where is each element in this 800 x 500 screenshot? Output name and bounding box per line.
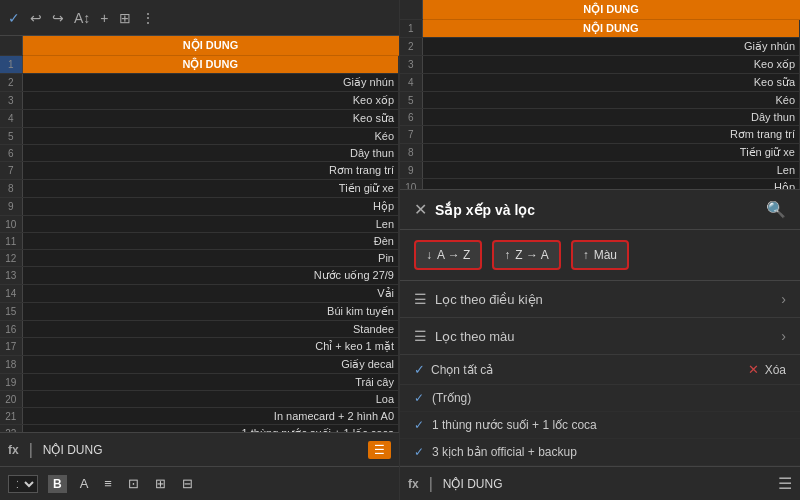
row-number: 13 bbox=[0, 267, 22, 285]
cell[interactable]: Rơm trang trí bbox=[422, 126, 800, 144]
filter-blank-item[interactable]: ✓ (Trống) bbox=[400, 385, 800, 412]
row-number: 11 bbox=[0, 233, 22, 250]
cell[interactable]: Tiền giữ xe bbox=[22, 180, 399, 198]
cell[interactable]: 1 thùng nước suối + 1 lốc coca bbox=[22, 425, 399, 433]
clear-item[interactable]: ✕ Xóa bbox=[748, 362, 786, 377]
blank-check: ✓ bbox=[414, 391, 424, 405]
row-number: 1 bbox=[0, 56, 22, 74]
redo-icon[interactable]: ↪ bbox=[52, 10, 64, 26]
align-button[interactable]: ≡ bbox=[101, 474, 115, 493]
row-number: 14 bbox=[0, 285, 22, 303]
filter-by-condition-row[interactable]: ☰ Lọc theo điều kiện › bbox=[400, 281, 800, 318]
cell[interactable]: Keo xốp bbox=[422, 56, 800, 74]
table-row: 11Đèn bbox=[0, 233, 399, 250]
select-all-item[interactable]: ✓ Chọn tất cả bbox=[414, 362, 493, 377]
row-number: 4 bbox=[400, 74, 422, 92]
cell[interactable]: Rơm trang trí bbox=[22, 162, 399, 180]
right-formula-menu[interactable]: ☰ bbox=[778, 474, 792, 493]
filter-item-1[interactable]: ✓ 1 thùng nước suối + 1 lốc coca bbox=[400, 412, 800, 439]
row-number: 8 bbox=[400, 144, 422, 162]
cell[interactable]: Búi kim tuyến bbox=[22, 303, 399, 321]
item2-label: 3 kịch bản official + backup bbox=[432, 445, 577, 459]
filter-button[interactable]: ☰ bbox=[368, 441, 391, 459]
sort-az-button[interactable]: ↓ A → Z bbox=[414, 240, 482, 270]
select-all-row: ✓ Chọn tất cả ✕ Xóa bbox=[400, 355, 800, 385]
more-icon[interactable]: ⋮ bbox=[141, 10, 155, 26]
item1-check: ✓ bbox=[414, 418, 424, 432]
formula-bar-right: fx | NỘI DUNG ☰ bbox=[400, 466, 800, 500]
table-row: 6Dây thun bbox=[0, 145, 399, 162]
grid-icon[interactable]: ⊞ bbox=[119, 10, 131, 26]
cell[interactable]: Đèn bbox=[22, 233, 399, 250]
table-row: 5Kéo bbox=[400, 92, 800, 109]
table-row: 2Giấy nhún bbox=[400, 38, 800, 56]
filter-color-arrow: › bbox=[781, 328, 786, 344]
table-row: 3Keo xốp bbox=[400, 56, 800, 74]
table-button[interactable]: ⊞ bbox=[152, 474, 169, 493]
more-format-button[interactable]: ⊟ bbox=[179, 474, 196, 493]
sort-za-button[interactable]: ↑ Z → A bbox=[492, 240, 560, 270]
cell[interactable]: Keo sữa bbox=[422, 74, 800, 92]
row-number: 19 bbox=[0, 374, 22, 391]
sort-close-button[interactable]: ✕ bbox=[414, 200, 427, 219]
blank-label: (Trống) bbox=[432, 391, 471, 405]
col-a-header[interactable]: NỘI DUNG bbox=[22, 36, 399, 56]
formula-label-left: fx bbox=[8, 443, 19, 457]
cell[interactable]: In namecard + 2 hình A0 bbox=[22, 408, 399, 425]
table-row: 1NỘI DUNG bbox=[400, 20, 800, 38]
row-number: 20 bbox=[0, 391, 22, 408]
cell[interactable]: Giấy nhún bbox=[422, 38, 800, 56]
formula-value-right: NỘI DUNG bbox=[443, 477, 770, 491]
cell[interactable]: Vải bbox=[22, 285, 399, 303]
row-number: 22 bbox=[0, 425, 22, 433]
cell[interactable]: Pin bbox=[22, 250, 399, 267]
cell[interactable]: Standee bbox=[22, 321, 399, 338]
select-all-check: ✓ bbox=[414, 362, 425, 377]
row-number: 3 bbox=[0, 92, 22, 110]
cell[interactable]: Loa bbox=[22, 391, 399, 408]
add-icon[interactable]: + bbox=[100, 10, 108, 26]
cell[interactable]: Dây thun bbox=[22, 145, 399, 162]
formula-value-left: NỘI DUNG bbox=[43, 443, 360, 457]
sort-search-icon[interactable]: 🔍 bbox=[766, 200, 786, 219]
cell[interactable]: Len bbox=[422, 162, 800, 179]
cell[interactable]: Len bbox=[22, 216, 399, 233]
font-button[interactable]: A bbox=[77, 474, 92, 493]
row-number: 6 bbox=[0, 145, 22, 162]
cell[interactable]: Giấy decal bbox=[22, 356, 399, 374]
cell[interactable]: NỘI DUNG bbox=[22, 56, 399, 74]
cell[interactable]: Dây thun bbox=[422, 109, 800, 126]
table-row: 17Chỉ + keo 1 mặt bbox=[0, 338, 399, 356]
cell[interactable]: Giấy nhún bbox=[22, 74, 399, 92]
cell[interactable]: Nước uống 27/9 bbox=[22, 267, 399, 285]
row-number: 7 bbox=[0, 162, 22, 180]
cell[interactable]: Keo sữa bbox=[22, 110, 399, 128]
table-row: 10Hộp bbox=[400, 179, 800, 191]
cell[interactable]: Keo xốp bbox=[22, 92, 399, 110]
table-row: 4Keo sữa bbox=[400, 74, 800, 92]
text-format-icon[interactable]: A↕ bbox=[74, 10, 90, 26]
filter-by-color-row[interactable]: ☰ Lọc theo màu › bbox=[400, 318, 800, 355]
cell[interactable]: Kéo bbox=[22, 128, 399, 145]
table-row: 13Nước uống 27/9 bbox=[0, 267, 399, 285]
table-row: 19Trái cây bbox=[0, 374, 399, 391]
cell[interactable]: NỘI DUNG bbox=[422, 20, 800, 38]
cell[interactable]: Chỉ + keo 1 mặt bbox=[22, 338, 399, 356]
filter-item-2[interactable]: ✓ 3 kịch bản official + backup bbox=[400, 439, 800, 466]
bold-button[interactable]: B bbox=[48, 475, 67, 493]
right-col-a-header[interactable]: NỘI DUNG bbox=[422, 0, 800, 20]
cell[interactable]: Trái cây bbox=[22, 374, 399, 391]
cell[interactable]: Tiền giữ xe bbox=[422, 144, 800, 162]
sort-color-button[interactable]: ↑ Màu bbox=[571, 240, 629, 270]
cell[interactable]: Hộp bbox=[22, 198, 399, 216]
merge-button[interactable]: ⊡ bbox=[125, 474, 142, 493]
check-icon[interactable]: ✓ bbox=[8, 10, 20, 26]
undo-icon[interactable]: ↩ bbox=[30, 10, 42, 26]
row-number: 2 bbox=[400, 38, 422, 56]
row-number: 5 bbox=[400, 92, 422, 109]
row-number: 17 bbox=[0, 338, 22, 356]
cell[interactable]: Kéo bbox=[422, 92, 800, 109]
cell[interactable]: Hộp bbox=[422, 179, 800, 191]
font-size-select[interactable]: 10 bbox=[8, 475, 38, 493]
item1-label: 1 thùng nước suối + 1 lốc coca bbox=[432, 418, 597, 432]
